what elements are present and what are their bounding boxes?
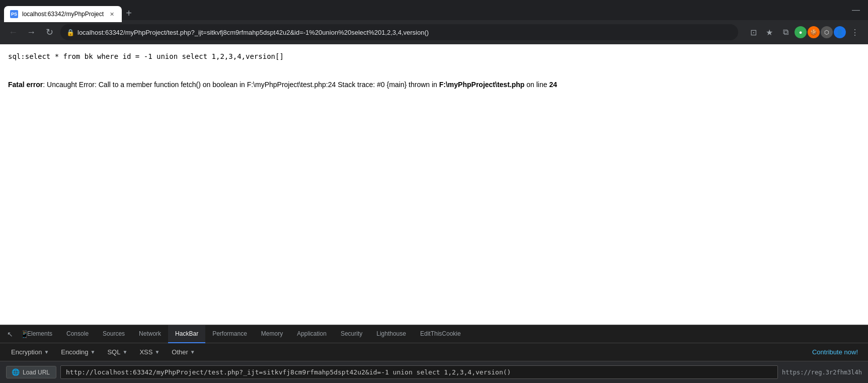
ext-icon-2[interactable]: 🍪 xyxy=(808,26,820,38)
error-line-number: 24 xyxy=(549,81,557,89)
encryption-arrow: ▼ xyxy=(44,349,49,355)
forward-button[interactable]: → xyxy=(24,25,38,39)
hackbar-xss-menu[interactable]: XSS ▼ xyxy=(134,346,165,358)
devtools-tab-bar: ↖ 📱 Elements Console Sources Network Hac… xyxy=(0,325,868,343)
sql-output: sql:select * from bk where id = -1 union… xyxy=(8,52,860,60)
tab-hackbar[interactable]: HackBar xyxy=(168,325,205,343)
bookmark-button[interactable]: ★ xyxy=(762,25,776,39)
back-button[interactable]: ← xyxy=(6,25,20,39)
hackbar-url-right-text: https://reg.3r2fhm3l4h xyxy=(782,369,862,376)
tab-lighthouse[interactable]: Lighthouse xyxy=(369,325,413,343)
address-bar[interactable]: 🔒 localhost:63342/myPhpProject/test.php?… xyxy=(60,24,738,40)
tab-network[interactable]: Network xyxy=(132,325,168,343)
address-url: localhost:63342/myPhpProject/test.php?_i… xyxy=(77,29,732,36)
encoding-arrow: ▼ xyxy=(91,349,96,355)
ext-icon-3[interactable]: ⬡ xyxy=(821,26,833,38)
other-arrow: ▼ xyxy=(190,349,195,355)
tab-application[interactable]: Application xyxy=(290,325,334,343)
error-body: : Uncaught Error: Call to a member funct… xyxy=(43,81,439,89)
hackbar-encoding-menu[interactable]: Encoding ▼ xyxy=(56,346,100,358)
devtools-cursor-icon[interactable]: ↖ xyxy=(4,328,16,340)
error-label: Fatal error xyxy=(8,81,43,89)
load-url-icon: 🌐 xyxy=(12,368,20,376)
window-controls: — xyxy=(848,4,864,17)
new-tab-button[interactable]: + xyxy=(122,6,136,20)
hackbar-url-input[interactable] xyxy=(60,365,778,379)
hackbar-panel: Encryption ▼ Encoding ▼ SQL ▼ XSS ▼ Othe… xyxy=(0,343,868,383)
screenshot-icon[interactable]: ⧉ xyxy=(778,25,793,39)
tab-console[interactable]: Console xyxy=(59,325,96,343)
hackbar-url-row: 🌐 Load URL https://reg.3r2fhm3l4h xyxy=(0,361,868,383)
devtools-panel: ↖ 📱 Elements Console Sources Network Hac… xyxy=(0,325,868,383)
devtools-icon-row: ↖ 📱 xyxy=(0,328,34,340)
ext-icon-4[interactable]: 👤 xyxy=(834,26,846,38)
tab-favicon: PS xyxy=(10,10,18,18)
tab-sources[interactable]: Sources xyxy=(96,325,132,343)
chrome-menu-button[interactable]: ⋮ xyxy=(848,25,862,39)
hackbar-sql-menu[interactable]: SQL ▼ xyxy=(102,346,132,358)
tab-performance[interactable]: Performance xyxy=(205,325,254,343)
tab-close-button[interactable]: ✕ xyxy=(108,10,116,18)
tab-title: localhost:63342/myPhpProject xyxy=(22,11,104,18)
hackbar-menu-row: Encryption ▼ Encoding ▼ SQL ▼ XSS ▼ Othe… xyxy=(0,343,868,361)
devtools-device-icon[interactable]: 📱 xyxy=(18,328,30,340)
load-url-button[interactable]: 🌐 Load URL xyxy=(6,366,56,378)
reload-button[interactable]: ↻ xyxy=(42,25,56,39)
error-path: F:\myPhpProject\test.php xyxy=(439,81,525,89)
extension-icons: ● 🍪 ⬡ 👤 xyxy=(795,26,846,38)
tab-memory[interactable]: Memory xyxy=(254,325,290,343)
address-bar-actions: ⊡ ★ ⧉ ● 🍪 ⬡ 👤 ⋮ xyxy=(746,25,862,39)
minimize-button[interactable]: — xyxy=(848,4,864,17)
page-content: sql:select * from bk where id = -1 union… xyxy=(0,44,868,311)
hackbar-encryption-menu[interactable]: Encryption ▼ xyxy=(6,346,54,358)
tab-editthiscookie[interactable]: EditThisCookie xyxy=(413,325,468,343)
address-bar-row: ← → ↻ 🔒 localhost:63342/myPhpProject/tes… xyxy=(0,20,868,44)
hackbar-other-menu[interactable]: Other ▼ xyxy=(167,346,200,358)
contribute-button[interactable]: Contribute now! xyxy=(808,346,862,358)
tab-security[interactable]: Security xyxy=(334,325,369,343)
error-suffix: on line xyxy=(524,81,549,89)
active-tab[interactable]: PS localhost:63342/myPhpProject ✕ xyxy=(4,6,122,22)
tab-bar: PS localhost:63342/myPhpProject ✕ + xyxy=(4,0,844,20)
error-output: Fatal error: Uncaught Error: Call to a m… xyxy=(8,81,860,89)
sql-arrow: ▼ xyxy=(122,349,127,355)
browser-chrome: PS localhost:63342/myPhpProject ✕ + — xyxy=(0,0,868,20)
ext-icon-1[interactable]: ● xyxy=(795,26,807,38)
xss-arrow: ▼ xyxy=(154,349,160,355)
translate-icon[interactable]: ⊡ xyxy=(746,25,760,39)
lock-icon: 🔒 xyxy=(66,29,74,36)
